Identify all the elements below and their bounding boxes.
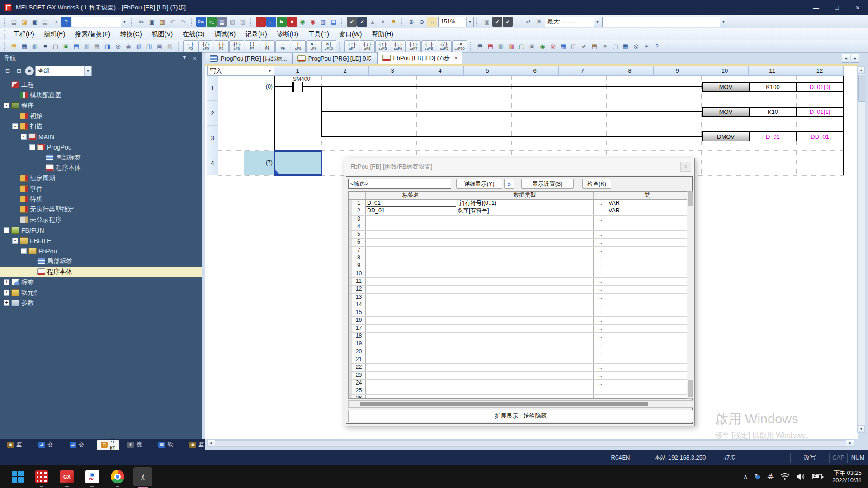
param-window-icon[interactable]: ▤ <box>9 42 19 52</box>
copy-icon[interactable]: ▣ <box>147 17 157 27</box>
nav-tree-item[interactable]: - FbPou <box>0 246 202 256</box>
tray-chevron-icon[interactable]: ∧ <box>743 473 748 480</box>
row-selector[interactable] <box>349 200 352 207</box>
type-browse-button[interactable]: ... <box>594 387 607 394</box>
delete-vertical-line-button[interactable]: ✕│cF10 <box>321 40 336 52</box>
label-class-cell[interactable] <box>607 223 687 230</box>
label-table-row[interactable]: 15 ... <box>349 309 687 317</box>
collapse-tree-icon[interactable]: ⊟ <box>3 67 12 75</box>
type-browse-button[interactable]: ... <box>594 262 607 269</box>
edit-mode-icon[interactable]: ▢ <box>517 42 527 52</box>
row-selector[interactable] <box>349 364 352 371</box>
jump-icon[interactable]: ↵ <box>524 17 533 27</box>
label-class-cell[interactable] <box>607 231 687 238</box>
scroll-right-icon[interactable]: ► <box>847 440 854 446</box>
ladder-mode-select[interactable]: 写入▼ <box>207 66 274 76</box>
label-class-cell[interactable] <box>607 395 687 399</box>
maximize-button[interactable]: □ <box>826 0 847 15</box>
instruction-operand[interactable]: K100 <box>750 83 797 91</box>
toolbar-grip[interactable] <box>131 18 134 26</box>
label-table-row[interactable]: 20 ... <box>349 348 687 356</box>
label-table-row[interactable]: 6 ... <box>349 239 687 246</box>
delete-horizontal-line-button[interactable]: ✕─cF9 <box>306 40 321 52</box>
data-type-cell[interactable] <box>456 239 594 246</box>
expand-options-button[interactable]: » <box>504 179 514 189</box>
windows-start-icon[interactable] <box>12 471 24 483</box>
write-to-plc-icon[interactable]: → <box>256 17 266 27</box>
type-browse-button[interactable]: ... <box>594 348 607 356</box>
document-tab[interactable]: FbPou [FB] [LD] (7)步 × <box>377 52 463 64</box>
find-device-icon[interactable]: ◎ <box>113 42 123 52</box>
window-split-icon[interactable]: ◫ <box>144 42 154 52</box>
label-table-row[interactable]: 5 ... <box>349 231 687 239</box>
row-selector[interactable] <box>349 309 352 316</box>
watch-max-combo[interactable]: 最大: -------▼ <box>545 17 601 27</box>
tree-expand-toggle[interactable]: - <box>12 238 18 244</box>
data-type-cell[interactable] <box>456 380 594 387</box>
type-browse-button[interactable]: ... <box>594 270 607 277</box>
row-selector[interactable] <box>349 239 352 246</box>
row-selector[interactable] <box>349 207 352 215</box>
docked-panel-tab[interactable]: ◉ 监... <box>186 440 212 450</box>
label-name-cell[interactable] <box>366 340 456 347</box>
capture-icon[interactable]: ▣ <box>482 17 492 27</box>
note-icon[interactable]: ▢ <box>51 42 61 52</box>
data-type-cell[interactable] <box>456 278 594 285</box>
nav-tree-item[interactable]: 事件 <box>0 183 202 194</box>
nav-tree-item[interactable]: 程序本体 <box>0 163 202 173</box>
docked-panel-tab[interactable]: ⇄ 交... <box>35 440 61 450</box>
zoom-header-icon[interactable]: ◨ <box>103 42 113 52</box>
watch-start-icon[interactable]: ◉ <box>297 17 307 27</box>
taskbar-app-grid[interactable] <box>34 469 49 484</box>
label-table-row[interactable]: 12 ... <box>349 286 687 293</box>
instruction-box[interactable]: MOV K10 D_01[1] <box>702 107 844 117</box>
label-name-cell[interactable] <box>366 395 456 399</box>
instruction-box[interactable]: MOV K100 D_01[0] <box>702 82 844 92</box>
tree-expand-toggle[interactable]: - <box>29 144 35 150</box>
dev-badge-icon[interactable]: Dev <box>196 17 206 27</box>
or-falling-pulse-button[interactable]: ┤↓├saF6 <box>391 40 406 52</box>
tile-windows-icon[interactable]: ▣ <box>155 42 165 52</box>
type-browse-button[interactable]: ... <box>594 380 607 387</box>
pulse-open-branch-button[interactable]: ┤↑├saF7 <box>406 40 421 52</box>
row-selector[interactable] <box>349 356 352 363</box>
label-table-row[interactable]: 8 ... <box>349 254 687 262</box>
label-table-row[interactable]: 17 ... <box>349 325 687 333</box>
nav-tree-item[interactable]: 模块配置图 <box>0 90 202 100</box>
data-type-cell[interactable] <box>456 231 594 238</box>
row-selector[interactable] <box>349 286 352 293</box>
type-browse-button[interactable]: ... <box>594 356 607 363</box>
label-class-cell[interactable] <box>607 270 687 277</box>
data-type-cell[interactable] <box>456 286 594 293</box>
type-browse-button[interactable]: ... <box>594 301 607 309</box>
docked-panel-tab[interactable]: ◎ 搜... <box>123 440 150 450</box>
data-type-cell[interactable] <box>456 317 594 324</box>
cross-reference-icon[interactable]: ✦ <box>378 17 388 27</box>
docked-panel-tab[interactable]: ⊟ 导航 <box>97 440 119 450</box>
ok-check-icon[interactable]: ✔ <box>492 17 502 27</box>
label-table-row[interactable]: 4 ... <box>349 223 687 231</box>
label-name-cell[interactable] <box>366 309 456 316</box>
type-browse-button[interactable]: ... <box>594 333 607 340</box>
label-class-cell[interactable] <box>607 254 687 262</box>
device-display-icon[interactable]: ▣ <box>61 42 71 52</box>
zoom-in-icon[interactable]: ⊕ <box>406 17 416 27</box>
scroll-down-icon[interactable]: ▼ <box>858 425 865 432</box>
sync-icon[interactable]: ↻ <box>755 473 760 481</box>
row-selector[interactable] <box>349 247 352 254</box>
instruction-operand[interactable]: D_01[0] <box>797 83 843 91</box>
open-contact-button[interactable]: ┤├F5 <box>183 40 198 52</box>
help-icon[interactable]: ? <box>61 17 71 27</box>
pou-list-icon[interactable]: ▥ <box>318 17 328 27</box>
type-browse-button[interactable]: ... <box>594 364 607 371</box>
label-table-row[interactable]: 26 ... <box>349 395 687 399</box>
row-selector[interactable] <box>349 262 352 269</box>
label-name-cell[interactable] <box>366 286 456 293</box>
convert-icon[interactable]: ✔ <box>357 17 367 27</box>
label-class-cell[interactable] <box>607 294 687 301</box>
extended-display-button[interactable]: 扩展显示 : 始终隐藏 <box>348 410 693 422</box>
note-edit-icon[interactable]: ▢ <box>610 42 620 52</box>
label-table-row[interactable]: 9 ... <box>349 262 687 270</box>
type-browse-button[interactable]: ... <box>594 294 607 301</box>
label-name-cell[interactable] <box>366 301 456 309</box>
